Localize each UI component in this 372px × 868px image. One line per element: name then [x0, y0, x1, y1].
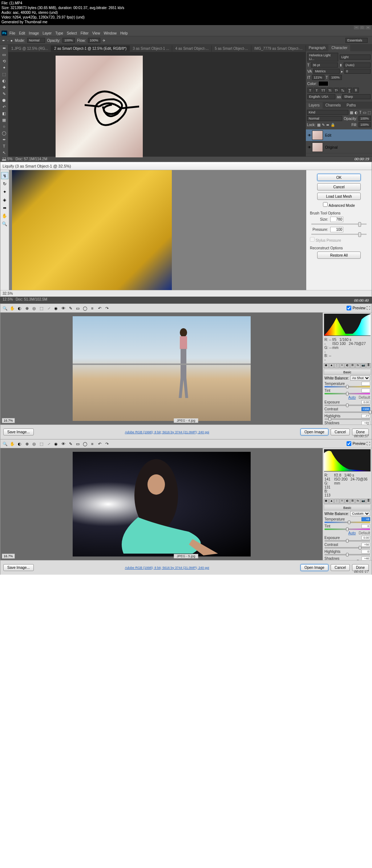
grad-icon[interactable]: ▭ — [74, 305, 81, 312]
menu-view[interactable]: View — [92, 31, 100, 35]
strike-button[interactable]: T̶ — [353, 88, 359, 93]
healing-tool-icon[interactable]: ✚ — [0, 84, 8, 91]
eyedropper-tool-icon[interactable]: ◐ — [0, 77, 8, 84]
acr-preview-area[interactable]: 16.7% — [0, 448, 323, 560]
menu-layer[interactable]: Layer — [43, 31, 52, 35]
wb-dropdown[interactable]: As Shot — [350, 375, 370, 381]
tab-character[interactable]: Character — [328, 45, 350, 51]
acr-preview-area[interactable]: 16.7% — [0, 313, 323, 425]
text-color-swatch[interactable] — [318, 81, 328, 86]
tab-channels[interactable]: Channels — [323, 102, 344, 109]
hand-icon[interactable]: ✋ — [9, 441, 16, 447]
blur-tool-icon[interactable]: ○ — [0, 123, 8, 130]
doc-tab-3[interactable]: 3 as Smart Object-1 ... — [130, 45, 172, 52]
menu-file[interactable]: File — [9, 31, 15, 35]
canvas-image[interactable] — [56, 56, 143, 157]
marquee-tool-icon[interactable]: ▭ — [0, 51, 8, 58]
split-tab-icon[interactable]: ◐ — [345, 499, 350, 504]
crop-tool-icon[interactable]: ⬚ — [0, 71, 8, 77]
radial-icon[interactable]: ◯ — [82, 305, 88, 312]
load-mesh-button[interactable]: Load Last Mesh — [317, 193, 361, 200]
temp-value[interactable] — [361, 382, 370, 386]
history-brush-icon[interactable]: ↶ — [0, 104, 8, 110]
kerning-dropdown[interactable]: Metrics — [313, 69, 339, 74]
font-size-input[interactable]: 36 pt — [311, 63, 338, 68]
doc-tab-5[interactable]: 5 as Smart Object-... — [212, 45, 251, 52]
straighten-icon[interactable]: ⟋ — [45, 305, 52, 312]
font-family-dropdown[interactable]: Helvetica Light Li... — [307, 53, 338, 61]
blend-mode-dropdown[interactable]: Normal — [27, 38, 45, 43]
tab-layers[interactable]: Layers — [306, 102, 323, 109]
split-tab-icon[interactable]: ◐ — [345, 363, 350, 368]
cal-tab-icon[interactable]: 📷 — [361, 499, 366, 504]
advanced-checkbox[interactable] — [323, 202, 328, 207]
opacity-input[interactable]: 100% — [62, 38, 75, 43]
dodge-tool-icon[interactable]: ◯ — [0, 130, 8, 136]
doc-tab-4[interactable]: 4 as Smart Object-... — [172, 45, 212, 52]
fullscreen-icon[interactable]: ⛶ — [367, 306, 370, 310]
hand-icon[interactable]: ✋ — [9, 305, 16, 312]
contrast-slider[interactable] — [324, 547, 370, 548]
filter-type-icon[interactable]: T — [359, 110, 361, 114]
underline-button[interactable]: T̲ — [347, 88, 352, 93]
radial-icon[interactable]: ◯ — [82, 441, 88, 447]
detail-tab-icon[interactable]: ⋮ — [334, 499, 339, 504]
super-button[interactable]: T¹ — [333, 88, 339, 93]
zoom-icon[interactable]: 🔍 — [2, 441, 8, 447]
ok-button[interactable]: OK — [317, 174, 361, 181]
zoom-level[interactable]: 12.5% — [2, 157, 12, 161]
twirl-tool-icon[interactable]: ↻ — [1, 180, 8, 187]
tab-paragraph[interactable]: Paragraph — [306, 45, 329, 51]
cancel-button[interactable]: Cancel — [331, 564, 350, 571]
doc-tab-1[interactable]: 1.JPG @ 12.5% (RG... — [8, 45, 51, 52]
wand-tool-icon[interactable]: ✦ — [0, 64, 8, 71]
leading-input[interactable]: (Auto) — [344, 63, 371, 68]
restore-all-button[interactable]: Restore All — [317, 252, 361, 259]
layer-original[interactable]: 👁 Original — [306, 141, 372, 153]
doc-tab-6[interactable]: IMG_7779 as Smart Object-... — [251, 45, 306, 52]
layer-filter-kind[interactable]: Kind — [307, 110, 348, 115]
contrast-slider[interactable] — [324, 411, 370, 413]
doc-tab-2[interactable]: 2 as Smart Object-1 @ 12.5% (Edit, RGB/8… — [51, 45, 130, 52]
tint-slider[interactable] — [324, 529, 370, 530]
brush-icon[interactable]: ✒ — [2, 39, 5, 43]
default-link[interactable]: Default — [359, 531, 370, 535]
brush-tool-icon[interactable]: ✎ — [0, 91, 8, 97]
pressure-slider[interactable] — [311, 234, 367, 235]
crop-icon[interactable]: ⬚ — [38, 305, 45, 312]
prefs-icon[interactable]: ≡ — [89, 305, 96, 312]
language-dropdown[interactable]: English: USA — [307, 94, 336, 99]
tint-value[interactable]: 0 — [361, 524, 370, 528]
rotate-cw-icon[interactable]: ↷ — [104, 305, 110, 312]
filter-smart-icon[interactable]: ⬚ — [368, 110, 371, 114]
spot-icon[interactable]: ◉ — [53, 441, 59, 447]
preview-checkbox[interactable] — [347, 441, 351, 446]
target-icon[interactable]: ◎ — [31, 441, 37, 447]
push-tool-icon[interactable]: ⬌ — [1, 204, 8, 211]
exposure-slider[interactable] — [324, 405, 370, 406]
bloat-tool-icon[interactable]: ◈ — [1, 196, 8, 203]
layer-blend-dropdown[interactable]: Normal — [307, 116, 343, 121]
pucker-tool-icon[interactable]: ✦ — [1, 188, 8, 195]
basic-tab-icon[interactable]: ◉ — [324, 499, 329, 504]
filter-shape-icon[interactable]: ▭ — [363, 110, 366, 114]
sub-button[interactable]: T₁ — [340, 88, 346, 93]
hand-tool-icon[interactable]: ✋ — [1, 212, 8, 219]
menu-image[interactable]: Image — [29, 31, 39, 35]
lens-tab-icon[interactable]: ⊞ — [350, 499, 355, 504]
wb-icon[interactable]: ◐ — [16, 305, 23, 312]
tint-slider[interactable] — [324, 393, 370, 394]
lock-trans-icon[interactable]: ▦ — [317, 123, 320, 127]
preview-checkbox[interactable] — [347, 306, 351, 310]
fill-input[interactable]: 100% — [359, 122, 371, 127]
workflow-link[interactable]: Adobe RGB (1998); 8 bit; 5616 by 3744 (2… — [125, 566, 209, 570]
sampler-icon[interactable]: ⊕ — [24, 441, 30, 447]
histogram[interactable] — [324, 314, 371, 336]
wb-icon[interactable]: ◐ — [16, 441, 23, 447]
sampler-icon[interactable]: ⊕ — [24, 305, 30, 312]
target-icon[interactable]: ◎ — [31, 305, 37, 312]
liquify-canvas[interactable] — [9, 170, 306, 290]
cancel-button[interactable]: Cancel — [317, 183, 361, 190]
save-image-button[interactable]: Save Image... — [3, 429, 34, 435]
basic-tab-icon[interactable]: ◉ — [324, 363, 329, 368]
